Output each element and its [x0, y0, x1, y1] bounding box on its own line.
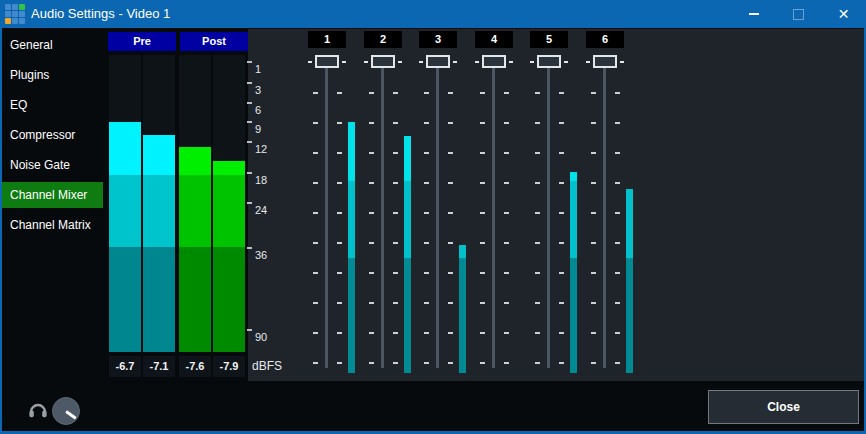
- slider-tick: [615, 152, 620, 154]
- slider-tick: [369, 362, 374, 364]
- channel-label-4: 4: [475, 31, 513, 48]
- slider-dash: [398, 61, 402, 63]
- slider-tick: [369, 182, 374, 184]
- channel-meter-6: [626, 189, 633, 373]
- slider-tick: [448, 362, 453, 364]
- slider-tick: [448, 212, 453, 214]
- slider-tick: [424, 212, 429, 214]
- meter-value: -7.9: [213, 356, 245, 377]
- slider-dash: [530, 61, 534, 63]
- slider-tick: [337, 122, 342, 124]
- slider-tick: [591, 302, 596, 304]
- slider-tick: [559, 272, 564, 274]
- meter-value: -6.7: [109, 356, 141, 377]
- volume-slider-track-1[interactable]: [325, 68, 328, 368]
- meter-bar: [109, 122, 141, 352]
- slider-tick: [424, 92, 429, 94]
- volume-slider-handle-4[interactable]: [482, 55, 506, 68]
- slider-tick: [337, 152, 342, 154]
- close-window-button[interactable]: ✕: [821, 0, 866, 28]
- volume-slider-handle-2[interactable]: [371, 55, 395, 68]
- slider-tick: [313, 302, 318, 304]
- slider-tick: [393, 122, 398, 124]
- slider-tick: [615, 92, 620, 94]
- logo-square: [5, 11, 11, 17]
- channel-meter-5: [570, 172, 577, 373]
- scale-label: 24: [255, 205, 267, 216]
- volume-slider-track-6[interactable]: [603, 68, 606, 368]
- slider-tick: [615, 302, 620, 304]
- slider-tick: [559, 242, 564, 244]
- sidebar-item-eq[interactable]: EQ: [0, 90, 103, 120]
- sidebar-item-channel-matrix[interactable]: Channel Matrix: [0, 210, 103, 240]
- channel-label-3: 3: [419, 31, 457, 48]
- slider-tick: [313, 152, 318, 154]
- slider-tick: [504, 122, 509, 124]
- volume-slider-handle-6[interactable]: [593, 55, 617, 68]
- scale-label: 18: [255, 175, 267, 186]
- headphone-volume-knob[interactable]: [52, 397, 80, 425]
- slider-tick: [480, 122, 485, 124]
- volume-slider-track-4[interactable]: [492, 68, 495, 368]
- close-button[interactable]: Close: [708, 390, 859, 424]
- slider-tick: [448, 332, 453, 334]
- sidebar-item-channel-mixer[interactable]: Channel Mixer: [0, 182, 103, 208]
- meter-group-label-pre: Pre: [108, 32, 176, 51]
- slider-tick: [313, 212, 318, 214]
- sidebar-item-compressor[interactable]: Compressor: [0, 120, 103, 150]
- channel-label-2: 2: [364, 31, 402, 48]
- maximize-icon: [793, 9, 804, 20]
- slider-tick: [313, 272, 318, 274]
- scale-tick: [247, 82, 252, 84]
- sidebar-item-general[interactable]: General: [0, 30, 103, 60]
- scale-tick: [247, 172, 252, 174]
- slider-tick: [393, 362, 398, 364]
- slider-tick: [480, 332, 485, 334]
- slider-tick: [615, 122, 620, 124]
- window-title: Audio Settings - Video 1: [31, 0, 170, 28]
- slider-tick: [591, 152, 596, 154]
- slider-tick: [559, 152, 564, 154]
- sidebar-item-noise-gate[interactable]: Noise Gate: [0, 150, 103, 180]
- volume-slider-handle-5[interactable]: [537, 55, 561, 68]
- scale-label: 36: [255, 250, 267, 261]
- sidebar-item-plugins[interactable]: Plugins: [0, 60, 103, 90]
- slider-tick: [535, 212, 540, 214]
- slider-dash: [475, 61, 479, 63]
- slider-tick: [313, 122, 318, 124]
- slider-tick: [424, 302, 429, 304]
- volume-slider-track-2[interactable]: [381, 68, 384, 368]
- slider-tick: [559, 332, 564, 334]
- slider-tick: [535, 92, 540, 94]
- slider-tick: [535, 242, 540, 244]
- slider-tick: [535, 332, 540, 334]
- slider-tick: [591, 332, 596, 334]
- slider-tick: [591, 272, 596, 274]
- titlebar[interactable]: Audio Settings - Video 1 ✕: [0, 0, 866, 28]
- minimize-button[interactable]: [731, 0, 776, 28]
- audio-settings-window: Audio Settings - Video 1 ✕ GeneralPlugin…: [0, 0, 866, 434]
- slider-dash: [342, 61, 346, 63]
- slider-tick: [369, 332, 374, 334]
- slider-tick: [448, 152, 453, 154]
- slider-tick: [393, 152, 398, 154]
- volume-slider-handle-3[interactable]: [426, 55, 450, 68]
- logo-square: [12, 11, 18, 17]
- meter-bar: [143, 135, 175, 352]
- maximize-button[interactable]: [776, 0, 821, 28]
- slider-tick: [313, 242, 318, 244]
- volume-slider-handle-1[interactable]: [315, 55, 339, 68]
- slider-tick: [337, 272, 342, 274]
- volume-slider-track-3[interactable]: [436, 68, 439, 368]
- slider-tick: [615, 182, 620, 184]
- slider-tick: [559, 302, 564, 304]
- slider-dash: [620, 61, 624, 63]
- slider-tick: [504, 332, 509, 334]
- slider-tick: [559, 362, 564, 364]
- slider-tick: [504, 272, 509, 274]
- slider-dash: [564, 61, 568, 63]
- scale-label: 12: [255, 144, 267, 155]
- slider-tick: [337, 212, 342, 214]
- volume-slider-track-5[interactable]: [547, 68, 550, 368]
- slider-tick: [480, 302, 485, 304]
